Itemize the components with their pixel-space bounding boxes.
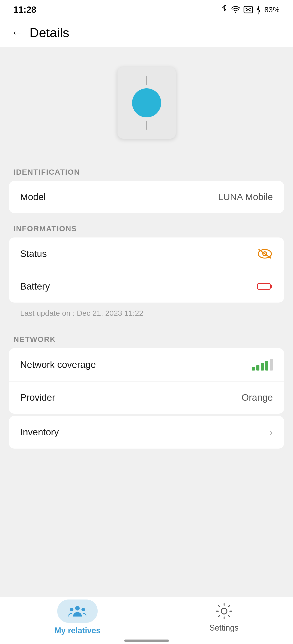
svg-rect-7	[257, 284, 270, 289]
my-relatives-label: My relatives	[54, 626, 101, 635]
network-coverage-label: Network coverage	[20, 359, 96, 370]
device-image-area	[0, 47, 293, 159]
network-coverage-row: Network coverage	[9, 348, 284, 382]
eye-off-icon	[257, 248, 273, 260]
network-label: NETWORK	[9, 326, 284, 348]
identification-label: IDENTIFICATION	[9, 159, 284, 181]
page-title: Details	[30, 25, 69, 40]
provider-value: Orange	[241, 392, 273, 403]
status-row: Status	[9, 238, 284, 270]
battery-row: Battery	[9, 270, 284, 302]
device-button	[132, 88, 161, 118]
battery-label: Battery	[20, 281, 50, 292]
model-value: LUNA Mobile	[218, 192, 273, 202]
inventory-arrow-icon: ›	[269, 427, 273, 438]
provider-label: Provider	[20, 392, 55, 403]
status-bar: 11:28 83%	[0, 0, 293, 18]
bluetooth-icon	[220, 5, 228, 14]
svg-rect-8	[271, 285, 272, 288]
informations-label: INFORMATIONS	[9, 215, 284, 238]
identification-card: Model LUNA Mobile	[9, 181, 284, 213]
wifi-icon	[231, 5, 241, 14]
identification-section: IDENTIFICATION Model LUNA Mobile	[9, 159, 284, 213]
home-indicator	[124, 640, 169, 642]
svg-point-9	[75, 606, 80, 610]
settings-icon	[215, 602, 233, 620]
model-label: Model	[20, 192, 46, 202]
inventory-card: Inventory ›	[9, 416, 284, 448]
inventory-row[interactable]: Inventory ›	[9, 416, 284, 448]
status-icons: 83%	[220, 5, 279, 14]
header: ← Details	[0, 18, 293, 47]
nav-my-relatives[interactable]: My relatives	[54, 600, 101, 635]
svg-point-11	[82, 608, 85, 611]
provider-row: Provider Orange	[9, 382, 284, 414]
svg-point-10	[70, 608, 74, 611]
my-relatives-icon	[69, 604, 86, 618]
network-section: NETWORK Network coverage Provider Orange	[9, 326, 284, 414]
inventory-label: Inventory	[20, 427, 59, 438]
device-bottom-indicator	[146, 121, 147, 130]
svg-marker-3	[257, 5, 260, 14]
informations-card: Status Battery	[9, 238, 284, 302]
back-button[interactable]: ←	[11, 26, 23, 38]
device-top-indicator	[146, 76, 147, 85]
device-image	[118, 67, 176, 139]
model-row: Model LUNA Mobile	[9, 181, 284, 213]
my-relatives-icon-bg	[57, 600, 98, 623]
settings-label: Settings	[209, 623, 239, 632]
battery-low-icon	[257, 282, 273, 291]
bottom-nav: My relatives Settings	[0, 597, 293, 644]
sim-icon	[243, 5, 253, 14]
charge-icon	[256, 5, 262, 14]
last-update-text: Last update on : Dec 21, 2023 11:22	[9, 302, 284, 324]
signal-bars-icon	[252, 359, 273, 370]
svg-point-12	[221, 608, 227, 614]
nav-settings[interactable]: Settings	[209, 602, 239, 632]
content-area: IDENTIFICATION Model LUNA Mobile INFORMA…	[0, 159, 293, 496]
network-card: Network coverage Provider Orange	[9, 348, 284, 414]
inventory-section: Inventory ›	[9, 416, 284, 448]
informations-section: INFORMATIONS Status Battery	[9, 215, 284, 324]
status-label: Status	[20, 248, 47, 259]
battery-percentage: 83%	[264, 5, 279, 14]
status-time: 11:28	[14, 5, 36, 15]
